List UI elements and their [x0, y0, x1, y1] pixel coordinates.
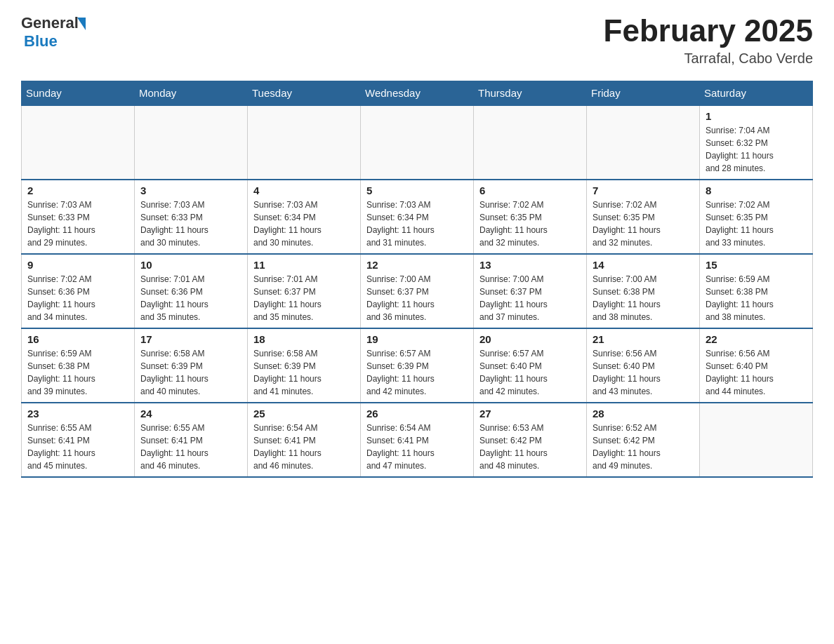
day-number: 10	[140, 259, 241, 271]
calendar-header-row: SundayMondayTuesdayWednesdayThursdayFrid…	[22, 81, 813, 106]
calendar-cell	[135, 105, 248, 180]
day-info: Sunrise: 6:58 AM Sunset: 6:39 PM Dayligh…	[140, 347, 241, 398]
calendar-cell: 14Sunrise: 7:00 AM Sunset: 6:38 PM Dayli…	[587, 254, 700, 328]
week-row-0: 1Sunrise: 7:04 AM Sunset: 6:32 PM Daylig…	[22, 105, 813, 180]
day-number: 7	[593, 185, 694, 196]
day-number: 18	[253, 333, 355, 345]
header-monday: Monday	[135, 81, 248, 106]
day-number: 4	[253, 185, 355, 196]
day-info: Sunrise: 6:57 AM Sunset: 6:39 PM Dayligh…	[366, 347, 468, 398]
day-info: Sunrise: 7:01 AM Sunset: 6:37 PM Dayligh…	[253, 273, 355, 323]
day-info: Sunrise: 6:53 AM Sunset: 6:42 PM Dayligh…	[479, 422, 581, 472]
calendar-cell: 24Sunrise: 6:55 AM Sunset: 6:41 PM Dayli…	[135, 403, 248, 477]
day-info: Sunrise: 7:03 AM Sunset: 6:33 PM Dayligh…	[27, 199, 128, 249]
calendar-cell: 28Sunrise: 6:52 AM Sunset: 6:42 PM Dayli…	[587, 403, 700, 477]
day-info: Sunrise: 7:03 AM Sunset: 6:34 PM Dayligh…	[366, 199, 468, 249]
calendar-cell	[474, 105, 587, 180]
calendar-cell: 19Sunrise: 6:57 AM Sunset: 6:39 PM Dayli…	[361, 328, 474, 403]
calendar-cell: 1Sunrise: 7:04 AM Sunset: 6:32 PM Daylig…	[700, 105, 813, 180]
logo-blue-text: Blue	[24, 32, 58, 50]
calendar-cell: 6Sunrise: 7:02 AM Sunset: 6:35 PM Daylig…	[474, 180, 587, 254]
logo-general-text: General	[21, 14, 79, 32]
day-number: 23	[27, 408, 128, 420]
header-thursday: Thursday	[474, 81, 587, 106]
calendar-cell	[248, 105, 361, 180]
day-info: Sunrise: 6:54 AM Sunset: 6:41 PM Dayligh…	[253, 422, 355, 472]
day-info: Sunrise: 7:01 AM Sunset: 6:36 PM Dayligh…	[140, 273, 241, 323]
calendar-cell: 3Sunrise: 7:03 AM Sunset: 6:33 PM Daylig…	[135, 180, 248, 254]
calendar-cell: 9Sunrise: 7:02 AM Sunset: 6:36 PM Daylig…	[22, 254, 135, 328]
day-number: 5	[366, 185, 468, 196]
logo-line2: Blue	[24, 32, 58, 51]
day-info: Sunrise: 7:03 AM Sunset: 6:33 PM Dayligh…	[140, 199, 241, 249]
day-number: 3	[140, 185, 241, 196]
header-tuesday: Tuesday	[248, 81, 361, 106]
title-section: February 2025 Tarrafal, Cabo Verde	[604, 14, 813, 67]
day-info: Sunrise: 6:54 AM Sunset: 6:41 PM Dayligh…	[366, 422, 468, 472]
day-number: 22	[706, 333, 807, 345]
day-info: Sunrise: 6:59 AM Sunset: 6:38 PM Dayligh…	[27, 347, 128, 398]
day-info: Sunrise: 6:59 AM Sunset: 6:38 PM Dayligh…	[706, 273, 807, 323]
day-number: 1	[706, 110, 807, 122]
calendar-cell: 13Sunrise: 7:00 AM Sunset: 6:37 PM Dayli…	[474, 254, 587, 328]
calendar-cell: 16Sunrise: 6:59 AM Sunset: 6:38 PM Dayli…	[22, 328, 135, 403]
day-info: Sunrise: 7:02 AM Sunset: 6:35 PM Dayligh…	[479, 199, 581, 249]
calendar-cell: 7Sunrise: 7:02 AM Sunset: 6:35 PM Daylig…	[587, 180, 700, 254]
day-number: 19	[366, 333, 468, 345]
logo-line1: General	[21, 14, 86, 32]
day-number: 27	[479, 408, 581, 420]
header-wednesday: Wednesday	[361, 81, 474, 106]
day-info: Sunrise: 7:02 AM Sunset: 6:35 PM Dayligh…	[706, 199, 807, 249]
calendar-cell: 27Sunrise: 6:53 AM Sunset: 6:42 PM Dayli…	[474, 403, 587, 477]
day-number: 26	[366, 408, 468, 420]
calendar-cell	[700, 403, 813, 477]
calendar-cell: 12Sunrise: 7:00 AM Sunset: 6:37 PM Dayli…	[361, 254, 474, 328]
day-number: 25	[253, 408, 355, 420]
calendar-table: SundayMondayTuesdayWednesdayThursdayFrid…	[21, 81, 813, 478]
day-info: Sunrise: 6:57 AM Sunset: 6:40 PM Dayligh…	[479, 347, 581, 398]
day-number: 16	[27, 333, 128, 345]
month-title: February 2025	[604, 14, 813, 48]
calendar-cell: 10Sunrise: 7:01 AM Sunset: 6:36 PM Dayli…	[135, 254, 248, 328]
calendar-cell	[361, 105, 474, 180]
day-number: 15	[706, 259, 807, 271]
day-info: Sunrise: 6:58 AM Sunset: 6:39 PM Dayligh…	[253, 347, 355, 398]
day-info: Sunrise: 6:55 AM Sunset: 6:41 PM Dayligh…	[140, 422, 241, 472]
day-number: 28	[593, 408, 694, 420]
week-row-1: 2Sunrise: 7:03 AM Sunset: 6:33 PM Daylig…	[22, 180, 813, 254]
calendar-cell: 22Sunrise: 6:56 AM Sunset: 6:40 PM Dayli…	[700, 328, 813, 403]
calendar-cell: 8Sunrise: 7:02 AM Sunset: 6:35 PM Daylig…	[700, 180, 813, 254]
day-number: 12	[366, 259, 468, 271]
header-friday: Friday	[587, 81, 700, 106]
day-info: Sunrise: 6:56 AM Sunset: 6:40 PM Dayligh…	[593, 347, 694, 398]
week-row-4: 23Sunrise: 6:55 AM Sunset: 6:41 PM Dayli…	[22, 403, 813, 477]
day-number: 2	[27, 185, 128, 196]
day-info: Sunrise: 7:00 AM Sunset: 6:37 PM Dayligh…	[366, 273, 468, 323]
day-info: Sunrise: 7:02 AM Sunset: 6:36 PM Dayligh…	[27, 273, 128, 323]
page-header: General Blue February 2025 Tarrafal, Cab…	[21, 14, 813, 67]
day-number: 8	[706, 185, 807, 196]
day-info: Sunrise: 7:00 AM Sunset: 6:38 PM Dayligh…	[593, 273, 694, 323]
day-info: Sunrise: 6:52 AM Sunset: 6:42 PM Dayligh…	[593, 422, 694, 472]
calendar-cell: 26Sunrise: 6:54 AM Sunset: 6:41 PM Dayli…	[361, 403, 474, 477]
calendar-cell: 21Sunrise: 6:56 AM Sunset: 6:40 PM Dayli…	[587, 328, 700, 403]
day-number: 17	[140, 333, 241, 345]
calendar-cell: 23Sunrise: 6:55 AM Sunset: 6:41 PM Dayli…	[22, 403, 135, 477]
header-sunday: Sunday	[22, 81, 135, 106]
calendar-cell: 17Sunrise: 6:58 AM Sunset: 6:39 PM Dayli…	[135, 328, 248, 403]
day-number: 21	[593, 333, 694, 345]
calendar-cell	[587, 105, 700, 180]
day-info: Sunrise: 7:00 AM Sunset: 6:37 PM Dayligh…	[479, 273, 581, 323]
day-number: 13	[479, 259, 581, 271]
header-saturday: Saturday	[700, 81, 813, 106]
calendar-cell: 20Sunrise: 6:57 AM Sunset: 6:40 PM Dayli…	[474, 328, 587, 403]
week-row-2: 9Sunrise: 7:02 AM Sunset: 6:36 PM Daylig…	[22, 254, 813, 328]
logo: General Blue	[21, 14, 86, 51]
calendar-cell: 18Sunrise: 6:58 AM Sunset: 6:39 PM Dayli…	[248, 328, 361, 403]
day-info: Sunrise: 7:04 AM Sunset: 6:32 PM Dayligh…	[706, 124, 807, 175]
location-title: Tarrafal, Cabo Verde	[604, 51, 813, 67]
day-number: 11	[253, 259, 355, 271]
day-number: 9	[27, 259, 128, 271]
logo-arrow-icon	[77, 18, 86, 30]
day-info: Sunrise: 6:55 AM Sunset: 6:41 PM Dayligh…	[27, 422, 128, 472]
